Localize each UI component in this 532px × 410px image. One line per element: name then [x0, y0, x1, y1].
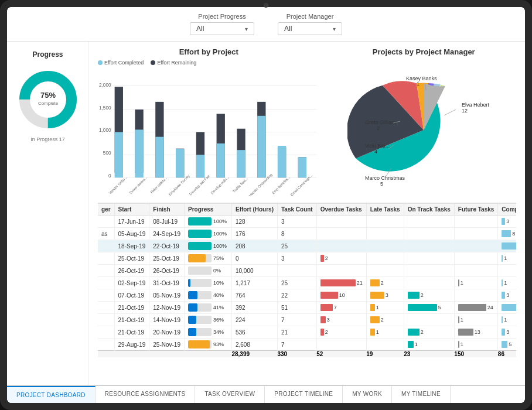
cell-name [98, 326, 114, 339]
svg-rect-33 [237, 150, 245, 177]
table-row: 29-Aug-19 25-Nov-19 93% 2,608 7 1 1 5 [98, 339, 516, 351]
cell-late [366, 228, 404, 240]
cell-effort: 128 [231, 216, 277, 228]
col-progress: Progress [184, 204, 231, 216]
cell-future [454, 265, 498, 277]
cell-progress: 10% [184, 277, 231, 289]
cell-finish: 22-Oct-19 [149, 240, 185, 252]
device-screen: Project Progress All ▾ Project Manager A… [7, 7, 525, 403]
table-section: ger Start Finish Progress Effort (Hours)… [98, 203, 516, 379]
project-progress-filter-group: Project Progress All ▾ [190, 13, 254, 35]
cell-name [98, 252, 114, 265]
svg-text:Elva Hebert: Elva Hebert [462, 102, 490, 108]
col-future: Future Tasks [454, 204, 498, 216]
footer-task-count: 330 [277, 351, 316, 358]
svg-rect-15 [115, 132, 123, 177]
cell-task-count: 51 [277, 302, 316, 314]
cell-task-count: 22 [277, 289, 316, 302]
cell-finish: 12-Nov-19 [149, 302, 185, 314]
table-row: 07-Oct-19 05-Nov-19 40% 764 22 10 3 2 3 [98, 289, 516, 302]
pie-chart-wrapper: Elva Hebert 12 Marco Christmas 5 Vicki B… [347, 60, 500, 200]
nav-tab-my-work[interactable]: MY WORK [343, 386, 392, 403]
cell-future [454, 228, 498, 240]
cell-progress: 100% [184, 216, 231, 228]
cell-effort: 2,608 [231, 339, 277, 351]
svg-line-46 [444, 110, 456, 115]
svg-text:1,500: 1,500 [99, 105, 111, 111]
nav-tab-project-timeline[interactable]: PROJECT TIMELINE [265, 386, 343, 403]
project-manager-select[interactable]: All ▾ [278, 22, 342, 35]
cell-late: 3 [366, 289, 404, 302]
cell-name [98, 289, 114, 302]
cell-start: 21-Oct-19 [114, 302, 149, 314]
col-on-track: On Track Tasks [404, 204, 454, 216]
cell-task-count: 3 [277, 252, 316, 265]
cell-overdue [316, 265, 366, 277]
col-overdue: Overdue Tasks [316, 204, 366, 216]
camera-dot [264, 3, 268, 8]
cell-name [98, 302, 114, 314]
cell-progress: 0% [184, 265, 231, 277]
bar-chart-legend: Effort Completed Effort Remaining [98, 60, 320, 66]
cell-late [366, 252, 404, 265]
footer-future: 150 [454, 351, 498, 358]
nav-tab-my-timeline[interactable]: MY TIMELINE [392, 386, 451, 403]
footer-late: 19 [366, 351, 404, 358]
cell-completed: 1 [498, 314, 516, 326]
svg-text:2: 2 [377, 125, 380, 131]
table-footer-row: 28,399 330 52 19 23 150 86 [98, 351, 516, 358]
data-table: ger Start Finish Progress Effort (Hours)… [98, 204, 516, 357]
table-wrapper[interactable]: ger Start Finish Progress Effort (Hours)… [98, 204, 516, 379]
nav-tab-resource-assignments[interactable]: RESOURCE ASSIGNMENTS [96, 386, 196, 403]
cell-overdue: 7 [316, 302, 366, 314]
cell-start: 26-Oct-19 [114, 265, 149, 277]
cell-future: 1 [454, 339, 498, 351]
cell-on-track: 2 [404, 326, 454, 339]
cell-on-track [404, 216, 454, 228]
cell-overdue: 2 [316, 326, 366, 339]
bar-chart-wrapper: 0 500 1,000 1,500 2,000 [98, 68, 320, 200]
cell-late [366, 339, 404, 351]
cell-finish: 31-Oct-19 [149, 277, 185, 289]
table-row: 21-Oct-19 12-Nov-19 41% 392 51 7 1 5 24 … [98, 302, 516, 314]
nav-tab-project-dashboard[interactable]: PROJECT DASHBOARD [7, 386, 96, 403]
cell-start: 02-Sep-19 [114, 277, 149, 289]
nav-tab-task-overview[interactable]: TASK OVERVIEW [195, 386, 265, 403]
cell-on-track [404, 265, 454, 277]
cell-task-count: 21 [277, 326, 316, 339]
table-row: 02-Sep-19 31-Oct-19 10% 1,217 25 21 2 1 … [98, 277, 516, 289]
cell-completed: 25 [498, 240, 516, 252]
cell-name [98, 277, 114, 289]
svg-rect-36 [257, 116, 265, 177]
svg-text:Emp benefits...: Emp benefits... [271, 175, 291, 195]
cell-finish: 20-Nov-19 [149, 326, 185, 339]
cell-task-count: 8 [277, 228, 316, 240]
svg-text:2,000: 2,000 [99, 83, 111, 88]
cell-start: 07-Oct-19 [114, 289, 149, 302]
svg-text:1,000: 1,000 [99, 128, 111, 133]
cell-progress: 40% [184, 289, 231, 302]
footer-overdue: 52 [316, 351, 366, 358]
pie-chart-title: Projects by Project Manager [373, 47, 475, 56]
cell-start: 21-Oct-19 [114, 314, 149, 326]
cell-completed: 3 [498, 326, 516, 339]
svg-text:1: 1 [417, 81, 420, 87]
cell-finish: 25-Nov-19 [149, 339, 185, 351]
cell-late [366, 240, 404, 252]
cell-overdue: 3 [316, 314, 366, 326]
svg-rect-39 [278, 146, 286, 177]
project-progress-label: Project Progress [198, 13, 245, 20]
cell-late: 1 [366, 326, 404, 339]
col-name: ger [98, 204, 114, 216]
project-progress-select[interactable]: All ▾ [190, 22, 254, 35]
charts-panel: Effort by Project Effort Completed Effor… [89, 42, 525, 385]
svg-rect-21 [155, 137, 163, 178]
main-content: Progress 75% Complete In Progress 17 [7, 42, 525, 385]
cell-completed: 14 [498, 302, 516, 314]
project-progress-value: All [196, 25, 204, 33]
cell-completed: 8 [498, 228, 516, 240]
cell-future [454, 289, 498, 302]
cell-future [454, 252, 498, 265]
cell-future [454, 216, 498, 228]
legend-completed-label: Effort Completed [104, 60, 144, 66]
